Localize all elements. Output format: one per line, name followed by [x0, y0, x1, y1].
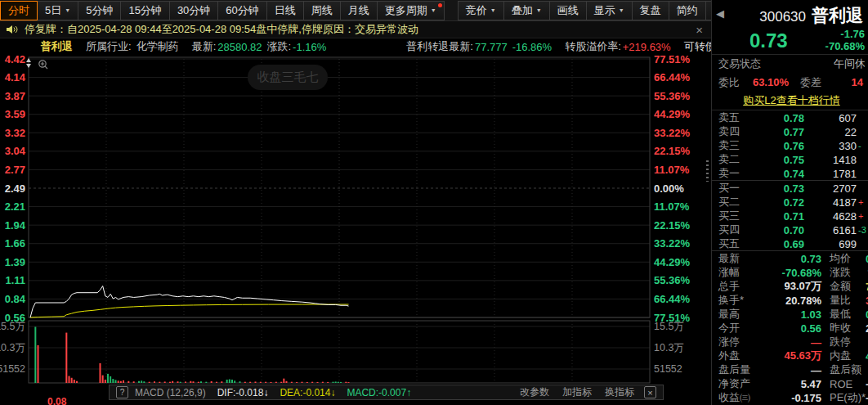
add-indicator-link[interactable]: 加指标 — [562, 385, 592, 399]
chart-watermark: 收盘三毛七 — [248, 65, 328, 90]
tab-周线[interactable]: 周线 — [304, 1, 341, 20]
stat-label: ROE — [821, 378, 866, 390]
toolbar-actions: 竞价▼叠加▼画线显示▼复盘简约隐藏▶▶ — [458, 0, 752, 21]
stock-title: 300630 普利退 — [712, 0, 868, 27]
stat-value: -70.68% — [759, 267, 821, 279]
quote-panel: ◀ 300630 普利退 0.73 -1.76 -70.68% 交易状态 午间休… — [711, 0, 868, 405]
stat-row: 换手*20.78%量比3 — [712, 293, 868, 307]
svg-text:0.00%: 0.00% — [654, 182, 684, 195]
bid-queue: 买一0.732707买二0.724187+买三0.714628+买四0.7061… — [712, 181, 868, 250]
bid-row[interactable]: 买四0.706161-3 — [712, 223, 868, 236]
stat-label: 收益㈢ — [718, 390, 759, 405]
action-label: 竞价 — [466, 3, 487, 18]
queue-extra: -3 — [857, 225, 868, 235]
queue-level-label: 买四 — [718, 223, 748, 237]
svg-text:15.5万: 15.5万 — [0, 321, 25, 332]
queue-level-label: 买二 — [718, 195, 748, 209]
info-industry-link[interactable]: 化学制药 — [136, 39, 179, 54]
panel-resize-handle[interactable] — [706, 160, 709, 182]
stat-row: 涨停—跌停 — [712, 335, 868, 349]
change-params-link[interactable]: 改参数 — [520, 385, 549, 399]
ask-row[interactable]: 卖一0.741781 — [712, 166, 868, 180]
tab-5分钟[interactable]: 5分钟 — [78, 1, 121, 20]
dif-value: DIF:-0.018 — [217, 387, 264, 398]
help-icon[interactable]: ? — [116, 386, 128, 398]
l2-link[interactable]: 购买L2查看十档行情 — [743, 93, 839, 108]
stock-app-window: 分时5日▼5分钟15分钟30分钟60分钟日线周线月线更多周期▼ 竞价▼叠加▼画线… — [0, 0, 868, 405]
queue-volume: 699 — [804, 238, 857, 250]
stat-label: 盘后额 — [821, 362, 866, 377]
bid-row[interactable]: 买三0.714628+ — [712, 209, 868, 223]
stat-row: 最新0.73均价0 — [712, 251, 868, 265]
ask-row[interactable]: 卖二0.751418 — [712, 152, 868, 166]
info-bond-label: 普利转退最新: — [406, 39, 473, 54]
action-简约[interactable]: 简约 — [669, 1, 706, 20]
stat-value: 0.56 — [759, 322, 821, 335]
bid-row[interactable]: 买一0.732707 — [712, 181, 868, 195]
suspension-notice-bar: 停复牌：自2025-04-28 09:44至2025-04-28 09:54盘中… — [0, 21, 711, 38]
weibi-label: 委比 — [718, 75, 740, 90]
ask-row[interactable]: 卖四0.7722 — [712, 124, 868, 138]
stat-row: 净资产5.47ROE-3. — [712, 376, 868, 390]
action-复盘[interactable]: 复盘 — [633, 1, 669, 20]
action-叠加[interactable]: 叠加▼ — [504, 1, 550, 20]
tab-更多周期[interactable]: 更多周期▼ — [378, 1, 445, 20]
stat-label: 总手 — [718, 279, 759, 294]
queue-extra: - — [857, 141, 868, 151]
bid-row[interactable]: 买五0.69699 — [712, 236, 868, 250]
svg-text:11.07%: 11.07% — [654, 200, 690, 213]
svg-text:51552: 51552 — [654, 363, 682, 375]
stat-label: 内盘 — [821, 349, 866, 363]
action-显示[interactable]: 显示▼ — [587, 1, 633, 20]
tab-15分钟[interactable]: 15分钟 — [121, 1, 169, 20]
tab-label: 月线 — [348, 3, 369, 18]
tab-分时[interactable]: 分时 — [0, 1, 38, 20]
action-画线[interactable]: 画线 — [550, 1, 587, 20]
svg-text:44.29%: 44.29% — [654, 108, 691, 120]
back-icon[interactable]: ◀ — [716, 7, 724, 20]
queue-price: 0.77 — [748, 126, 804, 138]
svg-text:1.66: 1.66 — [5, 237, 25, 250]
stat-row: 今开0.56昨收2 — [712, 321, 868, 335]
stat-value: 20.78% — [759, 295, 821, 307]
svg-text:77.51%: 77.51% — [654, 56, 691, 65]
svg-text:66.44%: 66.44% — [654, 71, 691, 83]
ask-row[interactable]: 卖三0.76330- — [712, 138, 868, 152]
stat-row: 盘后量—盘后额 — [712, 362, 868, 376]
tab-5日[interactable]: 5日▼ — [38, 1, 78, 20]
tab-日线[interactable]: 日线 — [267, 1, 304, 20]
info-premium-value: +219.63% — [623, 41, 671, 53]
close-icon[interactable]: × — [696, 23, 703, 37]
stock-code: 300630 — [759, 9, 806, 25]
queue-volume: 2707 — [804, 182, 857, 195]
stat-label: 昨收 — [821, 321, 866, 335]
period-toolbar: 分时5日▼5分钟15分钟30分钟60分钟日线周线月线更多周期▼ 竞价▼叠加▼画线… — [0, 0, 711, 21]
stat-label: 最高 — [718, 307, 759, 322]
price-change: -1.76 — [825, 29, 865, 41]
axis-scroll-down-icon[interactable] — [26, 64, 31, 68]
zoom-in-icon[interactable] — [39, 61, 47, 69]
tab-月线[interactable]: 月线 — [341, 1, 378, 20]
macd-axis-label: 0.08 — [47, 396, 66, 405]
intraday-chart-svg[interactable]: 4.424.143.873.593.323.042.772.492.211.94… — [0, 56, 711, 385]
queue-volume: 330 — [804, 140, 857, 152]
switch-indicator-link[interactable]: 换指标 — [605, 385, 634, 399]
tab-label: 60分钟 — [226, 3, 258, 18]
svg-text:2.21: 2.21 — [5, 200, 25, 213]
svg-text:3.87: 3.87 — [5, 90, 25, 102]
ask-queue: 卖五0.78607卖四0.7722卖三0.76330-卖二0.751418卖一0… — [712, 110, 868, 180]
ask-row[interactable]: 卖五0.78607 — [712, 110, 868, 124]
indicator-toolbar: ? MACD (12,26,9) DIF:-0.018 ↓ DEA:-0.014… — [109, 385, 664, 400]
tab-60分钟[interactable]: 60分钟 — [218, 1, 266, 20]
svg-text:10.3万: 10.3万 — [0, 342, 25, 353]
dea-arrow-icon: ↓ — [330, 387, 335, 398]
stat-row: 涨幅-70.68%涨跌▼ — [712, 265, 868, 279]
bid-row[interactable]: 买二0.724187+ — [712, 195, 868, 209]
indicator-close-icon[interactable]: × — [644, 386, 656, 398]
queue-volume: 6161 — [804, 224, 857, 236]
svg-text:44.29%: 44.29% — [654, 256, 691, 268]
tab-30分钟[interactable]: 30分钟 — [170, 1, 218, 20]
queue-extra: + — [857, 197, 868, 207]
action-竞价[interactable]: 竞价▼ — [458, 1, 504, 20]
indicator-name[interactable]: MACD (12,26,9) — [135, 387, 206, 398]
